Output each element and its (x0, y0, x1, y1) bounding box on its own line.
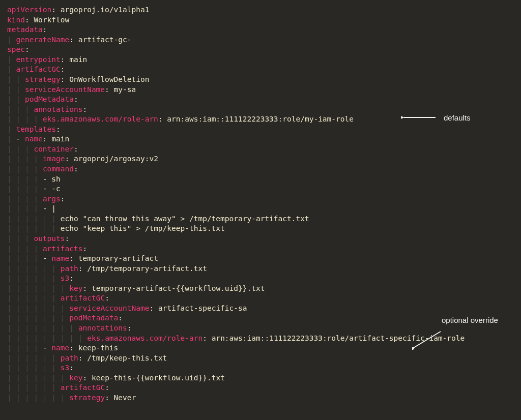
code-line: | | | | | | echo "can throw this away" >… (7, 214, 514, 224)
code-line: | | | | artifacts: (7, 244, 514, 254)
code-line: apiVersion: argoproj.io/v1alpha1 (7, 5, 514, 15)
code-line: | artifactGC: (7, 65, 514, 75)
code-line: | | | | - sh (7, 174, 514, 185)
code-line: spec: (7, 45, 514, 55)
code-line: kind: Workflow (7, 15, 514, 25)
code-line: | | | annotations: (7, 105, 514, 115)
code-line: | | | container: (7, 144, 514, 155)
code-line: | | | | | | path: /tmp/temporary-artifac… (7, 264, 514, 274)
code-line: | | | | | | | key: keep-this-{{workflow.… (7, 373, 514, 383)
code-line: | | | | | | path: /tmp/keep-this.txt (7, 353, 514, 364)
code-line: | | | | - name: temporary-artifact (7, 254, 514, 264)
code-line: | | | | | | | podMetadata: (7, 313, 514, 323)
code-line: | | | | | | s3: (7, 363, 514, 373)
code-line: metadata: (7, 25, 514, 35)
code-line: | | | | | | | strategy: Never (7, 393, 514, 403)
code-line: | | | | | | artifactGC: (7, 383, 514, 393)
code-line: | | | | | | artifactGC: (7, 293, 514, 304)
code-line: | | | | - -c (7, 184, 514, 194)
code-line: | | | | | | echo "keep this" > /tmp/keep… (7, 224, 514, 234)
code-line: | | strategy: OnWorkflowDeletion (7, 75, 514, 85)
code-line: | | | | | | | key: temporary-artifact-{{… (7, 284, 514, 294)
code-line: | | serviceAccountName: my-sa (7, 85, 514, 95)
code-line: | templates: (7, 125, 514, 135)
code-line: | | | | command: (7, 164, 514, 174)
code-line: | | | | eks.amazonaws.com/role-arn: arn:… (7, 114, 514, 125)
code-line: | generateName: artifact-gc- (7, 35, 514, 45)
code-line: | | | | | | s3: (7, 274, 514, 284)
code-line: | | | | | | | serviceAccountName: artifa… (7, 304, 514, 314)
code-line: | entrypoint: main (7, 55, 514, 65)
code-line: | | | | | | | | annotations: (7, 323, 514, 334)
yaml-code-block: apiVersion: argoproj.io/v1alpha1kind: Wo… (7, 5, 514, 403)
code-line: | | | | - name: keep-this (7, 343, 514, 353)
code-line: | | | outputs: (7, 234, 514, 244)
code-line: | | | | image: argoproj/argosay:v2 (7, 154, 514, 164)
code-line: | - name: main (7, 134, 514, 144)
code-line: | | | | | | | | | eks.amazonaws.com/role… (7, 334, 514, 344)
code-line: | | podMetadata: (7, 95, 514, 105)
code-line: | | | | args: (7, 194, 514, 204)
code-line: | | | | - | (7, 204, 514, 214)
